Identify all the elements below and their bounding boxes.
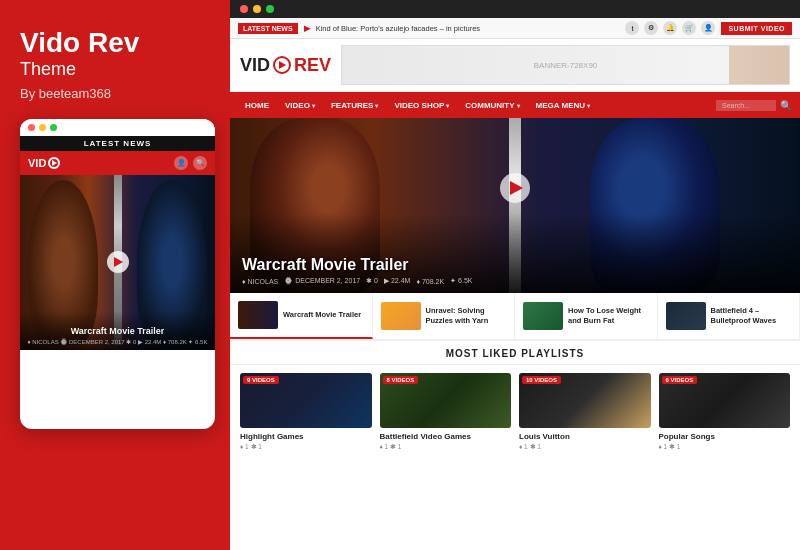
playlist-item-2[interactable]: 10 VIDEOS Louis Vuitton ♦ 1 ✱ 1 bbox=[519, 373, 651, 451]
thumb-label-2: How To Lose Weight and Burn Fat bbox=[568, 306, 649, 326]
submit-video-button[interactable]: SUBMIT VIDEO bbox=[721, 22, 792, 35]
search-input[interactable] bbox=[716, 100, 776, 111]
playlist-meta-1: ♦ 1 ✱ 1 bbox=[380, 443, 512, 451]
nav-item-features[interactable]: FEATURES ▾ bbox=[324, 92, 386, 118]
section-title: MOST LIKED PLAYLISTS bbox=[230, 341, 800, 365]
nav-item-home[interactable]: HOME bbox=[238, 92, 276, 118]
desktop-dot-green bbox=[266, 5, 274, 13]
hero-slider: Warcraft Movie Trailer ♦ NICOLAS ⌚ DECEM… bbox=[230, 118, 800, 293]
playlist-badge-3: 6 VIDEOS bbox=[662, 376, 698, 384]
desktop-logo-vid: VID bbox=[240, 55, 270, 76]
mobile-hero: Warcraft Movie Trailer ♦ NICOLAS ⌚ DECEM… bbox=[20, 175, 215, 350]
bell-icon[interactable]: 🔔 bbox=[663, 21, 677, 35]
thumb-image-puzzle bbox=[381, 302, 421, 330]
search-icon[interactable]: 🔍 bbox=[780, 100, 792, 111]
hero-meta-date: ⌚ DECEMBER 2, 2017 bbox=[284, 277, 360, 285]
mobile-logo-play-circle bbox=[48, 157, 60, 169]
playlist-thumb-fashion: 10 VIDEOS bbox=[519, 373, 651, 428]
playlist-meta-3: ♦ 1 ✱ 1 bbox=[659, 443, 791, 451]
playlist-badge-0: 9 VIDEOS bbox=[243, 376, 279, 384]
hero-meta-shares: ✦ 6.5K bbox=[450, 277, 472, 285]
banner-text: BANNER-728X90 bbox=[534, 61, 598, 70]
thumb-image-fitness bbox=[523, 302, 563, 330]
mobile-mockup: LATEST NEWS VID REV 👤 🔍 Warcraft Movie T… bbox=[20, 119, 215, 429]
chevron-down-icon: ▾ bbox=[375, 102, 378, 109]
thumb-label-3: Battlefield 4 – Bulletproof Waves bbox=[711, 306, 792, 326]
user-icon[interactable]: 👤 bbox=[701, 21, 715, 35]
playlist-badge-1: 8 VIDEOS bbox=[383, 376, 419, 384]
mobile-hero-meta: ♦ NICOLAS ⌚ DECEMBER 2, 2017 ✱ 0 ▶ 22.4M… bbox=[26, 338, 209, 345]
hero-meta-user: ♦ NICOLAS bbox=[242, 278, 278, 285]
mobile-top-bar bbox=[20, 119, 215, 136]
nav-item-mega-menu[interactable]: MEGA MENU ▾ bbox=[529, 92, 597, 118]
thumb-item-2[interactable]: How To Lose Weight and Burn Fat bbox=[515, 293, 658, 339]
hero-meta-comments: ✱ 0 bbox=[366, 277, 378, 285]
thumb-item-1[interactable]: Unravel: Solving Puzzles with Yarn bbox=[373, 293, 516, 339]
settings-icon[interactable]: ⚙ bbox=[644, 21, 658, 35]
mobile-news-bar: LATEST NEWS bbox=[20, 136, 215, 151]
mobile-dot-yellow bbox=[39, 124, 46, 131]
mobile-dot-green bbox=[50, 124, 57, 131]
desktop-nav: HOME VIDEO ▾ FEATURES ▾ VIDEO SHOP ▾ COM… bbox=[230, 92, 800, 118]
playlist-meta-2: ♦ 1 ✱ 1 bbox=[519, 443, 651, 451]
nav-item-video-shop[interactable]: VIDEO SHOP ▾ bbox=[387, 92, 456, 118]
most-liked-section: MOST LIKED PLAYLISTS 9 VIDEOS Highlight … bbox=[230, 341, 800, 550]
thumb-image-bf4 bbox=[666, 302, 706, 330]
playlist-thumb-gaming: 9 VIDEOS bbox=[240, 373, 372, 428]
chevron-down-icon: ▾ bbox=[312, 102, 315, 109]
ticker-label: LATEST NEWS bbox=[238, 23, 298, 34]
playlist-item-0[interactable]: 9 VIDEOS Highlight Games ♦ 1 ✱ 1 bbox=[240, 373, 372, 451]
mobile-hero-caption: Warcraft Movie Trailer ♦ NICOLAS ⌚ DECEM… bbox=[20, 311, 215, 350]
playlist-title-3: Popular Songs bbox=[659, 432, 791, 441]
mobile-logo-rev: REV bbox=[62, 157, 85, 169]
chevron-down-icon: ▾ bbox=[587, 102, 590, 109]
playlist-title-1: Battlefield Video Games bbox=[380, 432, 512, 441]
mobile-play-button[interactable] bbox=[107, 251, 129, 273]
desktop-dot-yellow bbox=[253, 5, 261, 13]
playlist-item-3[interactable]: 6 VIDEOS Popular Songs ♦ 1 ✱ 1 bbox=[659, 373, 791, 451]
desktop-logo: VID REV bbox=[240, 55, 331, 76]
hero-meta-likes: ♦ 708.2K bbox=[416, 278, 444, 285]
mobile-hero-title: Warcraft Movie Trailer bbox=[26, 326, 209, 336]
brand-title: Vido Rev bbox=[20, 28, 210, 59]
mobile-user-icon[interactable]: 👤 bbox=[174, 156, 188, 170]
desktop-banner: BANNER-728X90 bbox=[341, 45, 790, 85]
desktop-header: VID REV BANNER-728X90 bbox=[230, 39, 800, 92]
ticker-icons: t ⚙ 🔔 🛒 👤 bbox=[625, 21, 715, 35]
nav-item-community[interactable]: COMMUNITY ▾ bbox=[458, 92, 526, 118]
nav-item-video[interactable]: VIDEO ▾ bbox=[278, 92, 322, 118]
hero-play-button[interactable] bbox=[500, 173, 530, 203]
playlist-badge-2: 10 VIDEOS bbox=[522, 376, 561, 384]
thumb-image-warcraft bbox=[238, 301, 278, 329]
mobile-dot-red bbox=[28, 124, 35, 131]
playlist-title-0: Highlight Games bbox=[240, 432, 372, 441]
brand-by: By beeteam368 bbox=[20, 86, 210, 101]
mobile-logo: VID REV bbox=[28, 157, 85, 169]
thumb-item-3[interactable]: Battlefield 4 – Bulletproof Waves bbox=[658, 293, 801, 339]
ticker-arrow: ▶ bbox=[304, 24, 310, 33]
desktop-logo-rev: REV bbox=[294, 55, 331, 76]
left-panel: Vido Rev Theme By beeteam368 LATEST NEWS… bbox=[0, 0, 230, 550]
playlist-item-1[interactable]: 8 VIDEOS Battlefield Video Games ♦ 1 ✱ 1 bbox=[380, 373, 512, 451]
desktop-content: Warcraft Movie Trailer ♦ NICOLAS ⌚ DECEM… bbox=[230, 118, 800, 550]
playlist-title-2: Louis Vuitton bbox=[519, 432, 651, 441]
hero-title: Warcraft Movie Trailer bbox=[242, 256, 472, 274]
banner-face-image bbox=[729, 46, 789, 85]
mobile-search-icon[interactable]: 🔍 bbox=[193, 156, 207, 170]
hero-meta: ♦ NICOLAS ⌚ DECEMBER 2, 2017 ✱ 0 ▶ 22.4M… bbox=[242, 277, 472, 285]
desktop-logo-circle bbox=[273, 56, 291, 74]
playlist-grid: 9 VIDEOS Highlight Games ♦ 1 ✱ 1 8 VIDEO… bbox=[230, 365, 800, 459]
hero-caption: Warcraft Movie Trailer ♦ NICOLAS ⌚ DECEM… bbox=[242, 256, 472, 285]
desktop-dot-red bbox=[240, 5, 248, 13]
desktop-panel: LATEST NEWS ▶ Kind of Blue: Porto's azul… bbox=[230, 0, 800, 550]
desktop-news-ticker: LATEST NEWS ▶ Kind of Blue: Porto's azul… bbox=[230, 18, 800, 39]
chevron-down-icon: ▾ bbox=[517, 102, 520, 109]
mobile-nav-icons: 👤 🔍 bbox=[174, 156, 207, 170]
thumb-label-1: Unravel: Solving Puzzles with Yarn bbox=[426, 306, 507, 326]
thumb-item-0[interactable]: Warcraft Movie Trailer bbox=[230, 293, 373, 339]
thumb-label-0: Warcraft Movie Trailer bbox=[283, 310, 361, 320]
playlist-thumb-military: 8 VIDEOS bbox=[380, 373, 512, 428]
brand-subtitle: Theme bbox=[20, 59, 210, 80]
twitter-icon[interactable]: t bbox=[625, 21, 639, 35]
cart-icon[interactable]: 🛒 bbox=[682, 21, 696, 35]
